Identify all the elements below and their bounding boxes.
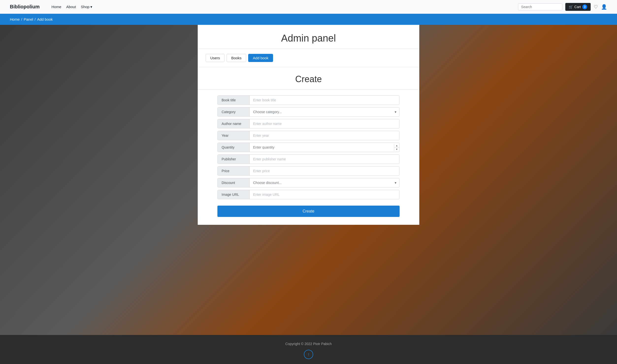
wishlist-button[interactable]: ♡ <box>594 4 598 10</box>
admin-panel-card: Admin panel Users Books Add book Create … <box>198 25 419 225</box>
quantity-spinners: ▲ ▼ <box>394 144 399 151</box>
year-row: Year <box>217 131 400 140</box>
discount-label: Discount <box>218 178 250 187</box>
price-input[interactable] <box>250 167 399 175</box>
footer: Copyright © 2022 Piotr Pabich ↑ <box>0 335 617 364</box>
brand-logo[interactable]: Bibliopolium <box>10 4 40 10</box>
breadcrumb-sep-1: / <box>21 17 22 21</box>
user-button[interactable]: 👤 <box>601 4 607 10</box>
category-row: Category Choose category... Fiction Non-… <box>217 107 400 117</box>
quantity-label: Quantity <box>218 143 250 152</box>
heart-icon: ♡ <box>594 4 598 10</box>
quantity-input[interactable] <box>250 143 394 152</box>
cart-button[interactable]: 🛒 Cart 3 <box>565 3 591 11</box>
nav-right: 🛒 Cart 3 ♡ 👤 <box>518 3 607 11</box>
create-title: Create <box>198 67 419 90</box>
author-name-label: Author name <box>218 119 250 128</box>
breadcrumb-panel[interactable]: Panel <box>24 17 33 21</box>
scroll-to-top-button[interactable]: ↑ <box>304 350 313 359</box>
breadcrumb-home[interactable]: Home <box>10 17 20 21</box>
cart-icon: 🛒 <box>569 5 573 9</box>
year-label: Year <box>218 131 250 140</box>
search-input[interactable] <box>518 3 562 10</box>
book-title-label: Book title <box>218 96 250 105</box>
image-url-input[interactable] <box>250 190 399 199</box>
year-input[interactable] <box>250 131 399 140</box>
quantity-row: Quantity ▲ ▼ <box>217 143 400 152</box>
breadcrumb-sep-2: / <box>35 17 36 21</box>
image-url-label: Image URL <box>218 190 250 199</box>
publisher-input[interactable] <box>250 155 399 164</box>
quantity-wrapper: ▲ ▼ <box>250 143 399 152</box>
nav-about[interactable]: About <box>66 5 76 9</box>
nav-shop[interactable]: Shop ▾ <box>81 5 92 9</box>
quantity-increment[interactable]: ▲ <box>394 144 399 148</box>
tab-add-book[interactable]: Add book <box>248 54 273 62</box>
panel-title: Admin panel <box>198 25 419 49</box>
cart-label: Cart <box>574 5 581 9</box>
publisher-label: Publisher <box>218 155 250 164</box>
price-label: Price <box>218 167 250 175</box>
user-icon: 👤 <box>601 4 607 10</box>
copyright-text: Copyright © 2022 Piotr Pabich <box>0 342 617 346</box>
category-select[interactable]: Choose category... Fiction Non-fiction S… <box>250 107 399 116</box>
author-name-input[interactable] <box>250 119 399 128</box>
tab-users[interactable]: Users <box>206 54 225 62</box>
tab-books[interactable]: Books <box>227 54 246 62</box>
discount-row: Discount Choose discount... 0% 5% 10% 15… <box>217 178 400 187</box>
breadcrumb: Home / Panel / Add book <box>0 14 617 25</box>
discount-select[interactable]: Choose discount... 0% 5% 10% 15% 20% 25%… <box>250 178 399 187</box>
breadcrumb-current: Add book <box>37 17 53 21</box>
image-url-row: Image URL <box>217 190 400 199</box>
price-row: Price <box>217 166 400 176</box>
nav-links: Home About Shop ▾ <box>51 5 510 9</box>
cart-count: 3 <box>582 4 587 9</box>
quantity-decrement[interactable]: ▼ <box>394 148 399 151</box>
create-button[interactable]: Create <box>217 206 400 217</box>
arrow-up-icon: ↑ <box>307 352 310 357</box>
add-book-form: Book title Category Choose category... F… <box>198 95 419 217</box>
category-label: Category <box>218 107 250 116</box>
author-name-row: Author name <box>217 119 400 128</box>
main-background: Admin panel Users Books Add book Create … <box>0 25 617 335</box>
book-title-row: Book title <box>217 95 400 105</box>
discount-select-wrapper: Choose discount... 0% 5% 10% 15% 20% 25%… <box>250 178 399 187</box>
category-select-wrapper: Choose category... Fiction Non-fiction S… <box>250 107 399 116</box>
navbar: Bibliopolium Home About Shop ▾ 🛒 Cart 3 … <box>0 0 617 14</box>
tab-row: Users Books Add book <box>198 49 419 67</box>
chevron-down-icon: ▾ <box>90 5 92 9</box>
nav-home[interactable]: Home <box>51 5 61 9</box>
publisher-row: Publisher <box>217 154 400 164</box>
book-title-input[interactable] <box>250 96 399 105</box>
